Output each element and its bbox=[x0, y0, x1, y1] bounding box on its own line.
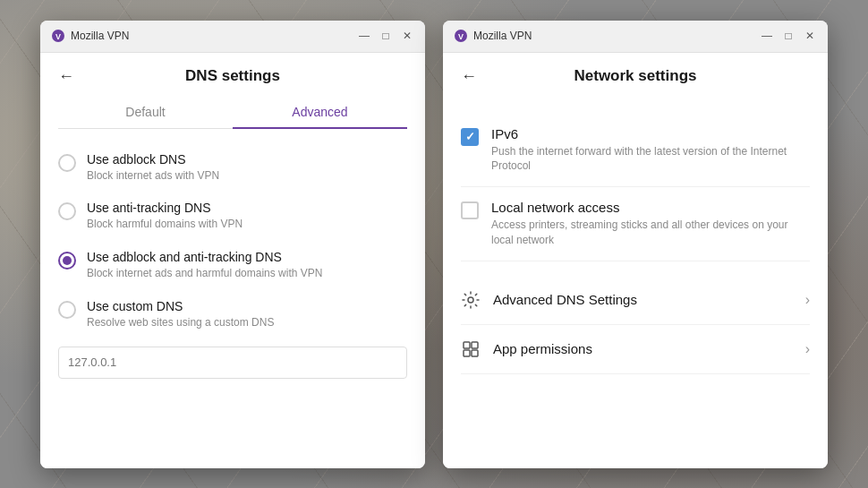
advanced-dns-row[interactable]: Advanced DNS Settings › bbox=[461, 276, 810, 325]
titlebar-controls-1: — □ ✕ bbox=[357, 29, 414, 43]
custom-dns-input[interactable] bbox=[58, 347, 407, 379]
titlebar-2: V Mozilla VPN — □ ✕ bbox=[443, 21, 828, 53]
ipv6-option: IPv6 Push the internet forward with the … bbox=[461, 114, 810, 188]
window2-body: IPv6 Push the internet forward with the … bbox=[443, 85, 828, 468]
radio-title-anti-tracking: Use anti-tracking DNS bbox=[87, 201, 407, 215]
radio-label-adblock: Use adblock DNS Block internet ads with … bbox=[87, 152, 407, 184]
app-permissions-label: App permissions bbox=[493, 341, 793, 356]
local-network-label: Local network access Access printers, st… bbox=[491, 200, 810, 248]
grid-icon bbox=[461, 339, 481, 359]
app-permissions-row[interactable]: App permissions › bbox=[461, 325, 810, 374]
local-network-option: Local network access Access printers, st… bbox=[461, 187, 810, 261]
back-btn-2[interactable]: ← bbox=[461, 68, 477, 84]
gear-icon bbox=[461, 290, 481, 310]
radio-option-combined: Use adblock and anti-tracking DNS Block … bbox=[58, 241, 407, 290]
close-btn-1[interactable]: ✕ bbox=[400, 29, 414, 43]
radio-label-anti-tracking: Use anti-tracking DNS Block harmful doma… bbox=[87, 201, 407, 232]
tab-advanced[interactable]: Advanced bbox=[233, 96, 407, 128]
window1-header-area: ← DNS settings bbox=[40, 53, 425, 85]
radio-desc-custom: Resolve web sites using a custom DNS bbox=[87, 315, 407, 330]
dns-tabs: Default Advanced bbox=[58, 96, 407, 129]
titlebar-title-1: Mozilla VPN bbox=[71, 30, 357, 42]
maximize-btn-2[interactable]: □ bbox=[781, 29, 796, 43]
svg-text:V: V bbox=[458, 32, 464, 41]
radio-desc-adblock: Block internet ads with VPN bbox=[87, 168, 407, 184]
titlebar-controls-2: — □ ✕ bbox=[760, 29, 817, 43]
titlebar-1: V Mozilla VPN — □ ✕ bbox=[40, 21, 425, 53]
maximize-btn-1[interactable]: □ bbox=[379, 29, 393, 43]
radio-adblock[interactable] bbox=[58, 154, 76, 172]
close-btn-2[interactable]: ✕ bbox=[803, 29, 817, 43]
ipv6-label: IPv6 Push the internet forward with the … bbox=[491, 126, 810, 175]
network-settings-window: V Mozilla VPN — □ ✕ ← Network settings I… bbox=[443, 21, 828, 468]
radio-anti-tracking[interactable] bbox=[58, 202, 76, 220]
local-network-checkbox[interactable] bbox=[461, 201, 479, 219]
minimize-btn-2[interactable]: — bbox=[760, 29, 774, 43]
app-icon-2: V bbox=[454, 29, 468, 43]
radio-title-custom: Use custom DNS bbox=[87, 299, 407, 313]
window2-title: Network settings bbox=[488, 67, 783, 85]
svg-rect-4 bbox=[464, 342, 470, 348]
spacer-2 bbox=[461, 261, 810, 276]
radio-option-custom: Use custom DNS Resolve web sites using a… bbox=[58, 290, 407, 339]
svg-rect-6 bbox=[464, 350, 470, 356]
window2-header-area: ← Network settings bbox=[443, 53, 828, 85]
radio-desc-anti-tracking: Block harmful domains with VPN bbox=[87, 217, 407, 232]
radio-label-custom: Use custom DNS Resolve web sites using a… bbox=[87, 299, 407, 330]
local-network-title: Local network access bbox=[491, 200, 810, 215]
radio-label-combined: Use adblock and anti-tracking DNS Block … bbox=[87, 250, 407, 281]
radio-title-adblock: Use adblock DNS bbox=[87, 152, 407, 167]
ipv6-desc: Push the internet forward with the lates… bbox=[491, 144, 810, 175]
advanced-dns-label: Advanced DNS Settings bbox=[493, 292, 793, 307]
minimize-btn-1[interactable]: — bbox=[357, 29, 371, 43]
ipv6-checkbox[interactable] bbox=[461, 128, 479, 146]
spacer-1 bbox=[461, 99, 810, 114]
app-permissions-chevron: › bbox=[805, 341, 810, 357]
app-icon-1: V bbox=[51, 29, 65, 43]
svg-text:V: V bbox=[55, 32, 61, 41]
local-network-desc: Access printers, streaming sticks and al… bbox=[491, 218, 810, 248]
advanced-dns-chevron: › bbox=[805, 292, 810, 308]
window2-content: ← Network settings IPv6 Push the interne… bbox=[443, 53, 828, 468]
window1-title: DNS settings bbox=[85, 67, 380, 85]
radio-custom[interactable] bbox=[58, 301, 76, 319]
radio-option-anti-tracking: Use anti-tracking DNS Block harmful doma… bbox=[58, 192, 407, 241]
svg-rect-5 bbox=[472, 342, 478, 348]
window1-body: Use adblock DNS Block internet ads with … bbox=[40, 129, 425, 468]
radio-combined[interactable] bbox=[58, 252, 76, 270]
ipv6-title: IPv6 bbox=[491, 126, 810, 141]
tab-default[interactable]: Default bbox=[58, 96, 233, 128]
radio-desc-combined: Block internet ads and harmful domains w… bbox=[87, 266, 407, 281]
back-btn-1[interactable]: ← bbox=[58, 68, 74, 84]
svg-rect-7 bbox=[472, 350, 478, 356]
radio-title-combined: Use adblock and anti-tracking DNS bbox=[87, 250, 407, 264]
titlebar-title-2: Mozilla VPN bbox=[473, 30, 760, 42]
radio-option-adblock: Use adblock DNS Block internet ads with … bbox=[58, 143, 407, 193]
window1-content: ← DNS settings Default Advanced Use adbl… bbox=[40, 53, 425, 468]
dns-settings-window: V Mozilla VPN — □ ✕ ← DNS settings Defau… bbox=[40, 21, 425, 468]
